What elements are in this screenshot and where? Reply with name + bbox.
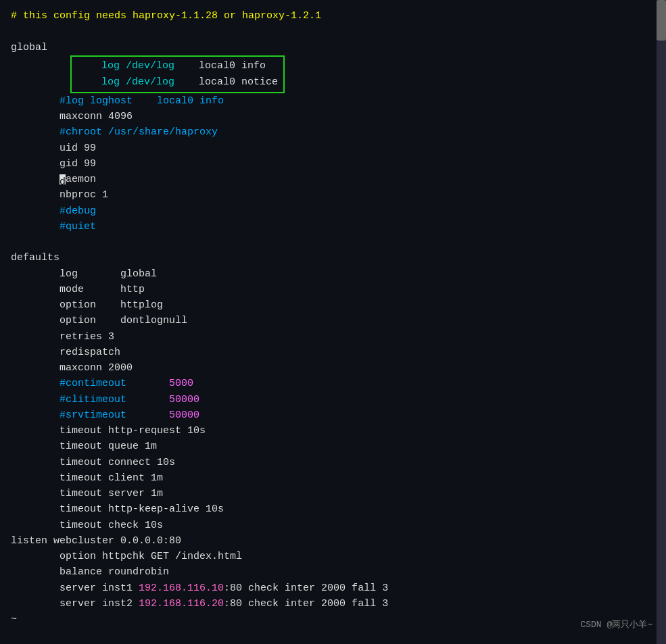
- listen-line: listen webcluster 0.0.0.0:80: [11, 535, 181, 547]
- timeout-connect-line: timeout connect 10s: [11, 457, 175, 468]
- timeout-http-line: timeout http-request 10s: [11, 425, 206, 437]
- daemon-line: daemon: [11, 174, 96, 185]
- log-global-line: log global: [11, 268, 157, 280]
- retries-line: retries 3: [11, 331, 114, 343]
- timeout-server-line: timeout server 1m: [11, 488, 163, 499]
- srvtimeout-line: #srvtimeout 50000: [11, 410, 199, 421]
- mode-line: mode http: [11, 284, 145, 295]
- timeout-client-line: timeout client 1m: [11, 472, 163, 484]
- nbproc-line: nbproc 1: [11, 189, 108, 201]
- quiet-line: #quiet: [11, 221, 96, 232]
- uid-line: uid 99: [11, 143, 96, 154]
- debug-line: #debug: [11, 205, 96, 217]
- timeout-keepalive-line: timeout http-keep-alive 10s: [11, 503, 224, 515]
- global-keyword: global: [11, 42, 47, 53]
- scrollbar[interactable]: [657, 0, 666, 644]
- redispatch-line: redispatch: [11, 347, 120, 358]
- timeout-queue-line: timeout queue 1m: [11, 441, 157, 452]
- terminal-window: # this config needs haproxy-1.1.28 or ha…: [0, 0, 666, 644]
- maxconn-4096: maxconn 4096: [11, 111, 133, 122]
- option-httpchk-line: option httpchk GET /index.html: [11, 551, 242, 562]
- server1-line: server inst1 192.168.116.10:80 check int…: [11, 583, 388, 594]
- contimeout-line: #contimeout 5000: [11, 378, 193, 389]
- log-loghost: #log loghost local0 info: [11, 95, 224, 107]
- comment-haproxy: # this config needs haproxy-1.1.28 or ha…: [11, 10, 321, 22]
- clitimeout-line: #clitimeout 50000: [11, 394, 199, 405]
- timeout-check-line: timeout check 10s: [11, 520, 163, 531]
- watermark: CSDN @两只小羊~: [580, 618, 652, 632]
- maxconn-2000-line: maxconn 2000: [11, 362, 133, 374]
- highlighted-log-block: log /dev/log local0 info log /dev/log lo…: [11, 76, 285, 88]
- server2-line: server inst2 192.168.116.20:80 check int…: [11, 598, 388, 610]
- balance-line: balance roundrobin: [11, 566, 169, 578]
- code-content: # this config needs haproxy-1.1.28 or ha…: [11, 8, 655, 627]
- option-dontlognull-line: option dontlognull: [11, 315, 187, 326]
- tilde-line: ~: [11, 614, 17, 625]
- gid-line: gid 99: [11, 158, 96, 170]
- option-httplog-line: option httplog: [11, 299, 163, 311]
- chroot-line: #chroot /usr/share/haproxy: [11, 126, 218, 138]
- defaults-keyword: defaults: [11, 252, 60, 264]
- scrollbar-thumb[interactable]: [657, 0, 666, 41]
